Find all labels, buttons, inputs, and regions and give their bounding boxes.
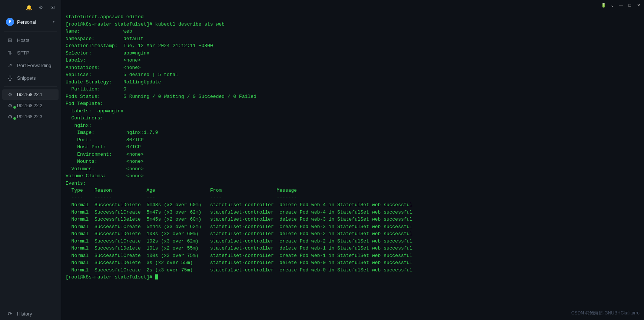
avatar: P xyxy=(6,18,14,26)
gear-icon-1: ⚙ xyxy=(7,92,13,98)
main-area: statefulset.apps/web edited [root@k8s-ma… xyxy=(61,0,644,320)
sidebar-item-hosts[interactable]: ⊞ Hosts xyxy=(2,34,59,46)
host-dot-3 xyxy=(13,117,16,120)
terminal[interactable]: statefulset.apps/web edited [root@k8s-ma… xyxy=(61,10,644,320)
host-label-3: 192.168.22.3 xyxy=(16,114,42,119)
titlebar: 🔋 ⌄ — □ ✕ xyxy=(600,0,644,10)
gear-icon-3: ⚙ xyxy=(7,114,13,120)
host-status-2: ⚙ xyxy=(7,103,13,109)
host-dot-2 xyxy=(13,106,16,109)
battery-icon: 🔋 xyxy=(600,1,608,9)
maximize-button[interactable]: □ xyxy=(626,1,634,9)
chevron-icon[interactable]: ⌄ xyxy=(608,1,617,9)
divider-2 xyxy=(4,86,57,87)
sidebar-item-history[interactable]: ⟳ History xyxy=(2,308,59,320)
host-status-3: ⚙ xyxy=(7,114,13,120)
divider-1 xyxy=(4,31,57,32)
close-button[interactable]: ✕ xyxy=(634,1,643,9)
sidebar-host-192-168-22-3[interactable]: ⚙ 192.168.22.3 xyxy=(2,112,59,122)
sidebar-item-port-forwarding-label: Port Forwarding xyxy=(17,63,51,68)
sidebar: 🔔 ⚙ ✉ P Personal ▾ ⊞ Hosts ⇅ SFTP ↗ Port… xyxy=(0,0,61,320)
sidebar-top: 🔔 ⚙ ✉ xyxy=(0,0,61,15)
sidebar-item-sftp[interactable]: ⇅ SFTP xyxy=(2,47,59,59)
watermark: CSDN @鲍海超-GNUBHCkalitarro xyxy=(571,310,640,316)
sidebar-item-snippets[interactable]: {} Snippets xyxy=(2,72,59,84)
host-label-2: 192.168.22.2 xyxy=(16,103,42,108)
host-label-1: 192.168.22.1 xyxy=(16,92,42,97)
sidebar-item-port-forwarding[interactable]: ↗ Port Forwarding xyxy=(2,59,59,71)
sidebar-host-192-168-22-1[interactable]: ⚙ 192.168.22.1 xyxy=(2,89,59,100)
history-icon: ⟳ xyxy=(7,311,13,317)
compose-icon[interactable]: ✉ xyxy=(48,3,57,12)
terminal-content: statefulset.apps/web edited [root@k8s-ma… xyxy=(66,13,640,281)
settings-icon[interactable]: ⚙ xyxy=(36,3,45,12)
sidebar-item-history-label: History xyxy=(17,311,32,317)
chevron-down-icon: ▾ xyxy=(53,20,55,24)
notification-icon[interactable]: 🔔 xyxy=(24,3,33,12)
minimize-button[interactable]: — xyxy=(617,1,625,9)
sftp-icon: ⇅ xyxy=(7,50,13,56)
sidebar-host-192-168-22-2[interactable]: ⚙ 192.168.22.2 xyxy=(2,100,59,111)
snippets-icon: {} xyxy=(7,75,13,81)
sidebar-item-snippets-label: Snippets xyxy=(17,75,36,81)
profile-section[interactable]: P Personal ▾ xyxy=(2,16,59,28)
sidebar-item-hosts-label: Hosts xyxy=(17,37,29,43)
sidebar-item-sftp-label: SFTP xyxy=(17,50,29,56)
gear-icon-2: ⚙ xyxy=(7,103,13,109)
port-forwarding-icon: ↗ xyxy=(7,62,13,68)
hosts-icon: ⊞ xyxy=(7,37,13,43)
profile-label: Personal xyxy=(17,19,50,25)
